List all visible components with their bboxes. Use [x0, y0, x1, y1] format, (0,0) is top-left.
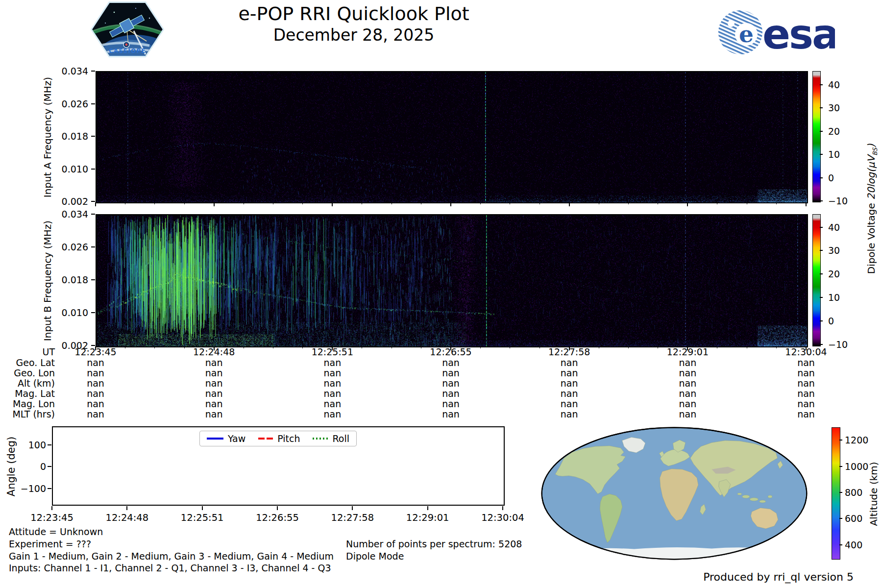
legend-item-yaw: Yaw	[207, 433, 245, 444]
ephemeris-nan-value: nan	[409, 378, 492, 389]
ephemeris-nan-value: nan	[646, 368, 729, 378]
legend-item-pitch: Pitch	[258, 433, 300, 444]
cbar-b-tick	[820, 250, 823, 251]
cbar-a-tick-label: 30	[828, 103, 862, 113]
time-major-tick	[214, 202, 215, 206]
dipole-colorbar-label: Dipole Voltage 20log(μVBS)	[865, 62, 879, 356]
cbar-b-tick-label: 20	[828, 269, 862, 279]
svg-text:e: e	[739, 21, 754, 48]
altitude-tick-label: 800	[845, 488, 879, 498]
ephemeris-nan-value: nan	[764, 389, 848, 399]
angle-ytick-label: −100	[9, 484, 46, 494]
ephemeris-nan-value: nan	[528, 368, 611, 378]
cbar-b-tick	[820, 297, 823, 298]
mode-text: Dipole Mode	[346, 551, 404, 562]
ephemeris-nan-value: nan	[528, 409, 611, 419]
angle-ytick	[48, 444, 51, 445]
ephemeris-time-value: 12:27:58	[528, 347, 611, 357]
freq-tick	[91, 214, 95, 215]
time-minor-tick	[776, 202, 777, 204]
time-minor-tick	[273, 202, 273, 204]
freq-tick	[91, 345, 95, 346]
ephemeris-nan-value: nan	[646, 358, 729, 368]
input-b-spectrogram	[96, 214, 808, 347]
time-minor-tick	[747, 346, 747, 348]
freq-tick	[91, 201, 95, 202]
ephemeris-nan-value: nan	[764, 378, 848, 389]
angle-xtick	[352, 506, 353, 510]
angle-ytick	[48, 488, 51, 489]
angle-xtick-label: 12:23:45	[13, 513, 91, 523]
rri-quicklook-figure: CASSIOPE e esa e-POP RRI Quicklook Plot …	[0, 0, 882, 588]
ephemeris-nan-value: nan	[172, 358, 256, 368]
altitude-colorbar	[832, 427, 840, 560]
ephemeris-nan-value: nan	[172, 378, 256, 389]
angle-xtick-label: 12:26:55	[238, 513, 317, 523]
ephemeris-nan-value: nan	[409, 399, 492, 409]
altitude-tick	[839, 518, 842, 519]
dashed-line-icon	[258, 438, 273, 440]
freq-tick	[91, 169, 95, 170]
freq-tick-label: 0.026	[49, 242, 88, 252]
ephemeris-nan-value: nan	[409, 368, 492, 378]
ephemeris-nan-value: nan	[528, 399, 611, 409]
cbar-a-tick	[820, 200, 823, 201]
freq-tick	[91, 246, 95, 247]
legend-item-roll: Roll	[313, 433, 349, 444]
ephemeris-time-value: 12:29:01	[646, 347, 729, 357]
angle-xtick	[277, 506, 278, 510]
angle-xtick-label: 12:29:01	[389, 513, 467, 523]
cbar-b-tick-label: 10	[828, 293, 862, 303]
ephemeris-nan-value: nan	[54, 399, 137, 409]
altitude-tick-label: 1200	[845, 435, 879, 445]
esa-label: esa	[762, 10, 835, 57]
cbar-b-tick	[820, 344, 823, 345]
angle-xtick	[51, 506, 52, 510]
time-minor-tick	[510, 346, 510, 348]
antarctica	[557, 547, 792, 561]
time-major-tick	[95, 202, 96, 206]
ephemeris-row-label: Mag. Lat	[0, 389, 55, 399]
ephemeris-nan-value: nan	[291, 358, 374, 368]
ephemeris-nan-value: nan	[172, 409, 256, 419]
cbar-a-tick-label: 0	[828, 173, 862, 183]
cbar-a-tick-label: 40	[828, 80, 862, 90]
freq-tick-label: 0.034	[49, 209, 88, 220]
ephemeris-nan-value: nan	[528, 389, 611, 399]
angle-ytick-label: 100	[9, 440, 46, 450]
freq-tick	[91, 71, 95, 72]
produced-by-text: Produced by rri_ql version 5	[658, 571, 854, 583]
ephemeris-nan-value: nan	[291, 378, 374, 389]
time-minor-tick	[421, 202, 421, 204]
cbar-b-tick-label: 0	[828, 316, 862, 326]
angle-ytick	[48, 466, 51, 467]
ephemeris-nan-value: nan	[646, 399, 729, 409]
ephemeris-nan-value: nan	[291, 368, 374, 378]
angle-xtick	[427, 506, 428, 510]
time-minor-tick	[184, 202, 185, 204]
freq-tick	[91, 136, 95, 137]
ephemeris-nan-value: nan	[528, 378, 611, 389]
time-minor-tick	[362, 202, 362, 204]
dipole-colorbar-b	[812, 214, 821, 346]
plot-date: December 28, 2025	[109, 25, 599, 45]
time-major-tick	[569, 202, 570, 206]
ephemeris-nan-value: nan	[528, 358, 611, 368]
time-minor-tick	[747, 202, 747, 204]
cbar-a-tick-label: 20	[828, 126, 862, 137]
inputs-text: Inputs: Channel 1 - I1, Channel 2 - Q1, …	[9, 563, 331, 573]
ephemeris-row-label: Geo. Lon	[0, 368, 55, 378]
ephemeris-row-label: UT	[0, 347, 55, 357]
ephemeris-row-label: Alt (km)	[0, 378, 55, 389]
ephemeris-nan-value: nan	[54, 358, 137, 368]
ephemeris-time-value: 12:23:45	[54, 347, 137, 357]
cbar-a-tick	[820, 177, 823, 178]
angle-xtick-label: 12:27:58	[313, 513, 392, 523]
altitude-tick-label: 600	[845, 514, 879, 524]
altitude-tick	[839, 492, 842, 493]
time-major-tick	[806, 202, 807, 206]
ephemeris-nan-value: nan	[54, 389, 137, 399]
time-minor-tick	[392, 202, 392, 204]
ephemeris-nan-value: nan	[54, 368, 137, 378]
cbar-a-tick	[820, 84, 823, 85]
